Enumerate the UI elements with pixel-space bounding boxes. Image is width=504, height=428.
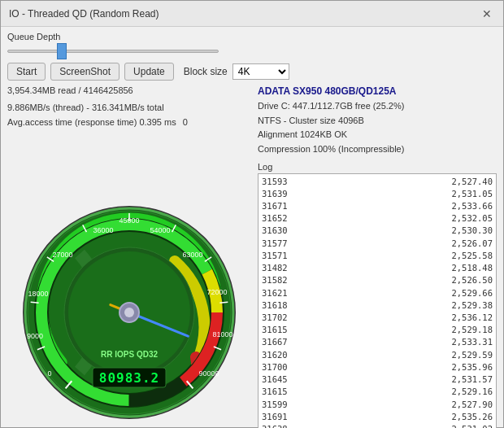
svg-line-16: [219, 302, 228, 303]
gauge-svg: 0 0 9000 18000 27000 36000: [15, 199, 243, 426]
start-button[interactable]: Start: [7, 63, 46, 81]
log-row: 316302,530.30: [262, 225, 493, 237]
log-row: 316202,529.59: [262, 349, 493, 361]
window-title: IO - Threaded QD (Random Read): [9, 8, 159, 20]
ntfs-info: NTFS - Cluster size 4096B: [258, 114, 497, 129]
svg-line-10: [31, 302, 39, 303]
content-area: Queue Depth Start ScreenShot Update Bloc…: [1, 27, 503, 428]
right-panel: ADATA SX950 480GB/QD125A Drive C: 447.1/…: [258, 84, 497, 428]
gauge-label-18000: 18000: [28, 290, 48, 298]
stats-line1: 3,954.34MB read / 4146425856: [7, 84, 251, 98]
gauge-label-0: 0: [47, 369, 51, 378]
slider-container: [7, 43, 219, 59]
device-title: ADATA SX950 480GB/QD125A: [258, 84, 497, 99]
log-row: 315932,527.40: [262, 176, 493, 188]
log-row: 316212,529.66: [262, 287, 493, 299]
log-row: 316392,531.05: [262, 188, 493, 200]
gauge-label-54000: 54000: [150, 226, 170, 234]
avg-access-text: Avg.access time (response time) 0.395 ms: [7, 117, 176, 127]
title-bar: IO - Threaded QD (Random Read) ✕: [1, 1, 503, 27]
zero-value: 0: [183, 117, 188, 127]
gauge-label-36000: 36000: [93, 226, 113, 234]
gauge-label-27000: 27000: [52, 251, 72, 259]
log-row: 317002,535.96: [262, 361, 493, 373]
log-row: 315772,526.07: [262, 238, 493, 250]
log-row: 316382,531.02: [262, 423, 493, 428]
log-row: 316672,533.31: [262, 336, 493, 348]
log-row: 316912,535.26: [262, 411, 493, 423]
log-label: Log: [258, 162, 497, 172]
screenshot-button[interactable]: ScreenShot: [50, 63, 119, 81]
gauge-label-72000: 72000: [206, 288, 227, 296]
block-size-select[interactable]: 4K 512B 1K 2K 8K 16K 32K 64K 128K 256K 5…: [232, 63, 289, 80]
gauge-container: 0 0 9000 18000 27000 36000: [7, 127, 251, 428]
avg-access-row: Avg.access time (response time) 0.395 ms…: [7, 117, 251, 127]
log-row: 315822,526.50: [262, 274, 493, 286]
alignment-info: Alignment 1024KB OK: [258, 128, 497, 142]
gauge-label-9000: 9000: [27, 332, 43, 340]
drive-info: Drive C: 447.1/112.7GB free (25.2%): [258, 99, 497, 114]
queue-depth-label: Queue Depth: [7, 32, 497, 41]
log-row: 314822,518.48: [262, 262, 493, 274]
log-row: 316152,529.18: [262, 324, 493, 336]
main-window: IO - Threaded QD (Random Read) ✕ Queue D…: [0, 0, 504, 428]
log-row: 317022,536.12: [262, 312, 493, 324]
stats-line2: 9.886MB/s (thread) - 316.341MB/s total: [7, 101, 251, 115]
block-size-label: Block size: [184, 66, 228, 77]
log-row: 315992,527.90: [262, 399, 493, 411]
gauge-center-label: RR IOPS QD32: [101, 350, 158, 359]
gauge-label-81000: 81000: [212, 330, 232, 338]
compression-info: Compression 100% (Incompressible): [258, 142, 497, 157]
gauge-label-45000: 45000: [119, 216, 139, 225]
close-button[interactable]: ✕: [479, 6, 495, 22]
log-row: 316452,531.57: [262, 373, 493, 386]
log-row: 316522,532.05: [262, 212, 493, 225]
log-container[interactable]: 315932,527.40316392,531.05316712,533.663…: [258, 173, 497, 428]
queue-depth-section: Queue Depth: [7, 32, 497, 59]
log-row: 316712,533.66: [262, 200, 493, 212]
controls-row: Start ScreenShot Update Block size 4K 51…: [7, 63, 497, 81]
log-row: 315712,525.58: [262, 250, 493, 262]
left-panel: 3,954.34MB read / 4146425856 9.886MB/s (…: [7, 84, 251, 428]
gauge-label-63000: 63000: [182, 251, 202, 259]
log-row: 316182,529.38: [262, 299, 493, 312]
log-row: 316152,529.16: [262, 386, 493, 398]
gauge-label-90000: 90000: [198, 369, 219, 378]
device-info: ADATA SX950 480GB/QD125A Drive C: 447.1/…: [258, 84, 497, 157]
queue-depth-slider[interactable]: [7, 50, 219, 53]
svg-point-26: [124, 308, 134, 317]
main-area: 3,954.34MB read / 4146425856 9.886MB/s (…: [7, 84, 497, 428]
gauge-value: 80983.2: [99, 370, 159, 386]
update-button[interactable]: Update: [124, 63, 174, 81]
